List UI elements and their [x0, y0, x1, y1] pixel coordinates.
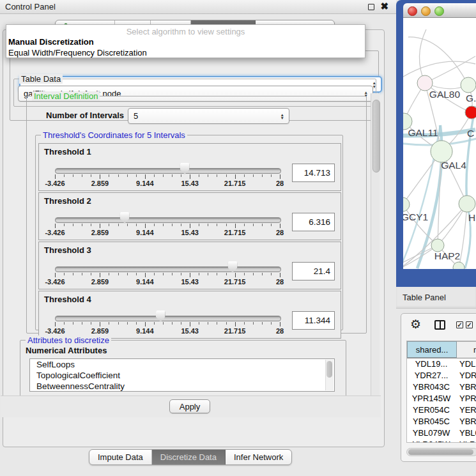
network-node[interactable]: [453, 262, 464, 269]
network-node-label: GAL11: [408, 127, 438, 138]
table-row[interactable]: YPR145W YPR1: [407, 393, 476, 404]
table-horizontal-scrollbar[interactable]: [406, 448, 476, 456]
network-window-titlebar[interactable]: [403, 3, 476, 18]
panel-scrollbar-thumb[interactable]: [372, 100, 380, 173]
network-canvas[interactable]: GAL80G.CGAL11GAL4GCY1HHAP2: [403, 18, 476, 269]
list-item[interactable]: BetweennessCentrality: [30, 381, 334, 392]
table-row[interactable]: YDR27... YDR2: [407, 370, 476, 381]
tick-mark: [280, 224, 280, 228]
menu-item-equal-width-frequency[interactable]: Equal Width/Frequency Discretization: [8, 48, 147, 58]
network-node[interactable]: [461, 77, 476, 93]
network-edge[interactable]: [419, 29, 426, 83]
tick-mark: [82, 224, 82, 226]
menu-item-manual-discretization[interactable]: Manual Discretization: [8, 37, 94, 47]
close-window-icon[interactable]: [408, 6, 417, 16]
checkbox-icon[interactable]: ✓: [466, 321, 473, 328]
tick-mark: [199, 322, 199, 325]
tick-mark: [190, 224, 190, 228]
tick-mark: [217, 174, 217, 177]
table-row[interactable]: YBL079W YBL0: [407, 427, 476, 439]
tick-label: 9.144: [136, 229, 154, 236]
cell-name[interactable]: YBR0: [456, 416, 476, 427]
network-node[interactable]: [431, 239, 444, 252]
checkbox-icon[interactable]: ✓: [456, 321, 463, 328]
table-row[interactable]: YER054C YER0: [407, 404, 476, 416]
network-node[interactable]: [403, 197, 410, 211]
tab-discretize-data[interactable]: Discretize Data: [152, 450, 226, 464]
slider-track[interactable]: [55, 266, 281, 272]
cell-name[interactable]: YDL1: [456, 358, 476, 370]
numerical-attributes-list[interactable]: SelfLoops TopologicalCoefficient Between…: [29, 358, 335, 392]
network-edge[interactable]: [408, 37, 468, 85]
numerical-attributes-label: Numerical Attributes: [26, 346, 107, 355]
control-panel-title: Control Panel: [5, 2, 56, 12]
close-icon[interactable]: ✖: [380, 1, 388, 12]
network-node[interactable]: [459, 196, 475, 212]
apply-bar: Apply: [1, 395, 381, 417]
tick-label: -3.426: [45, 278, 65, 286]
tab-infer-network[interactable]: Infer Network: [226, 450, 291, 464]
zoom-window-icon[interactable]: [434, 6, 444, 16]
cell-name[interactable]: YPR1: [456, 393, 476, 404]
column-header-name[interactable]: na: [457, 341, 476, 358]
table-horizontal-scrollbar-thumb[interactable]: [408, 449, 473, 455]
tick-mark: [118, 224, 119, 226]
threshold-value-field[interactable]: 6.316: [292, 213, 335, 231]
tick-mark: [109, 322, 109, 325]
cell-name[interactable]: YDR2: [456, 370, 476, 381]
split-columns-icon[interactable]: [434, 320, 445, 330]
cell-shared-name[interactable]: YLR345W: [407, 439, 456, 443]
table-row[interactable]: YLR345W YLR3: [407, 439, 476, 443]
cell-shared-name[interactable]: YPR145W: [407, 393, 456, 404]
cell-shared-name[interactable]: YER054C: [407, 404, 456, 416]
table-panel-title: Table Panel: [403, 293, 446, 302]
apply-button[interactable]: Apply: [169, 399, 210, 413]
cell-shared-name[interactable]: YDL19...: [407, 358, 456, 370]
slider-track[interactable]: [55, 168, 281, 174]
slider: -3.4262.8599.14415.4321.71528: [55, 242, 280, 289]
minimize-window-icon[interactable]: [421, 6, 431, 16]
number-of-intervals-combobox[interactable]: 5 ▲▼: [128, 108, 289, 124]
cell-name[interactable]: YBL0: [456, 427, 476, 439]
tick-mark: [82, 174, 82, 177]
gear-icon[interactable]: ⚙: [410, 318, 421, 332]
network-node[interactable]: [431, 141, 452, 162]
tick-mark: [109, 273, 109, 275]
list-item[interactable]: SelfLoops: [30, 359, 334, 370]
threshold-value-field[interactable]: 14.713: [292, 164, 335, 182]
list-item[interactable]: TopologicalCoefficient: [30, 370, 334, 381]
attributes-group: Attributes to discretize Numerical Attri…: [20, 340, 346, 399]
panel-scrollbar[interactable]: [371, 93, 380, 395]
cell-name[interactable]: YLR3: [456, 439, 476, 443]
cell-shared-name[interactable]: YBR045C: [407, 416, 456, 427]
column-header-shared-name[interactable]: shared...: [407, 341, 457, 358]
cell-shared-name[interactable]: YBR043C: [407, 381, 456, 393]
tick-mark: [172, 273, 173, 275]
float-window-icon[interactable]: [368, 4, 374, 10]
tick-mark: [64, 224, 65, 226]
table-row[interactable]: YDL19... YDL1: [407, 358, 476, 370]
table-row[interactable]: YBR045C YBR0: [407, 416, 476, 427]
cell-name[interactable]: YER0: [456, 404, 476, 416]
list-scrollbar-thumb[interactable]: [326, 361, 332, 378]
threshold-value-field[interactable]: 21.4: [292, 262, 335, 280]
list-scrollbar[interactable]: [325, 360, 334, 390]
threshold-value-field[interactable]: 11.344: [292, 311, 335, 330]
cell-shared-name[interactable]: YDR27...: [407, 370, 456, 381]
tick-mark: [208, 273, 208, 275]
tick-label: 28: [276, 180, 284, 187]
tick-mark: [163, 273, 164, 275]
attributes-title: Attributes to discretize: [26, 335, 111, 345]
tab-impute-data[interactable]: Impute Data: [89, 450, 152, 464]
network-node[interactable]: [465, 106, 476, 119]
table-panel-titlebar: Table Panel: [396, 287, 476, 309]
slider-track[interactable]: [55, 217, 281, 223]
cell-name[interactable]: YBR0: [456, 381, 476, 393]
tick-mark: [262, 322, 263, 325]
table-row[interactable]: YBR043C YBR0: [407, 381, 476, 393]
cell-shared-name[interactable]: YBL079W: [407, 427, 456, 439]
network-edge[interactable]: [466, 106, 475, 204]
slider-track[interactable]: [55, 316, 281, 321]
tick-mark: [73, 273, 73, 275]
tick-mark: [226, 322, 227, 325]
